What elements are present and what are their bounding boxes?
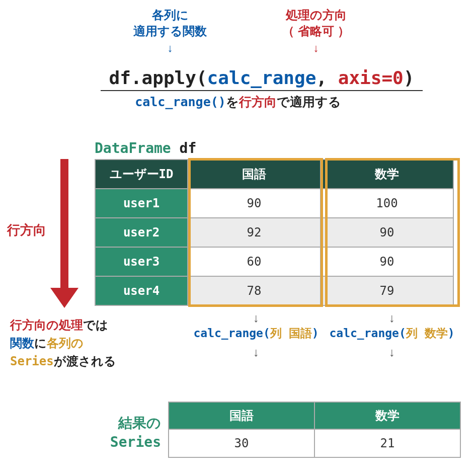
call-arg: 数学 [425,327,448,340]
down-arrow-icon: ↓ [188,310,324,326]
le-1b: では [83,318,108,332]
paren-close: ) [312,327,319,340]
code-close: ) [404,67,415,88]
left-expl-l1: 行方向の処理では [10,316,116,334]
code-axis: axis=0 [338,67,404,88]
call-col-2: calc_range(列 数学) [324,326,460,341]
paren-open: ( [263,327,270,340]
le-2c: 各列の [47,336,84,350]
le-3b: が渡される [54,354,116,368]
paren-open: ( [399,327,406,340]
result-table: 国語 数学 30 21 [168,402,461,458]
cell: 100 [321,189,453,218]
top-annotation-block: 各列に 適用する関数 ↓ 処理の方向 （ 省略可 ） ↓ [0,7,476,55]
le-3a: Series [10,354,54,368]
annot-func-l1: 各列に [110,7,230,23]
annot-axis: 処理の方向 （ 省略可 ） ↓ [266,7,366,55]
cell: 90 [321,218,453,247]
table-row: user4 78 79 [95,276,453,305]
header-col-2: 数学 [321,160,453,189]
cell: 79 [321,276,453,305]
call-col-1: calc_range(列 国語) [188,326,324,341]
table-header-row: ユーザーID 国語 数学 [95,160,453,189]
row-index: user2 [95,218,188,247]
paren-close: ) [448,327,455,340]
explain-fn: calc_range() [135,95,226,109]
annot-func: 各列に 適用する関数 ↓ [110,7,230,55]
row-direction-arrow [50,159,78,310]
call-prefix: 列 [270,327,289,340]
header-index: ユーザーID [95,160,188,189]
row-index: user1 [95,189,188,218]
down-arrow-icon: ↓ [188,344,324,360]
column-arrows-block: ↓ ↓ calc_range(列 国語) calc_range(列 数学) ↓ … [188,310,460,360]
annot-axis-l2: （ 省略可 ） [266,23,366,39]
result-value-1: 30 [169,429,314,457]
left-expl-l2: 関数に各列の [10,334,116,352]
code-explanation: calc_range()を行方向で適用する [0,94,476,110]
code-comma: , [316,67,338,88]
result-header-1: 国語 [169,402,314,429]
result-header-2: 数学 [314,402,460,429]
call-arg: 国語 [289,327,312,340]
le-1a: 行方向の処理 [10,318,83,332]
result-header-row: 国語 数学 [169,402,460,429]
annot-func-l2: 適用する関数 [110,23,230,39]
call-fn: calc_range [329,327,399,340]
le-2b: に [34,336,47,350]
dataframe-table: ユーザーID 国語 数学 user1 90 100 user2 92 90 us… [95,159,454,306]
result-label-l2: Series [86,433,161,452]
table-row: user2 92 90 [95,218,453,247]
dataframe-title: DataFrame df [95,140,196,156]
header-col-1: 国語 [188,160,321,189]
cell: 78 [188,276,321,305]
result-label: 結果の Series [86,414,161,452]
arrow-head-icon [50,288,78,308]
annot-axis-arrow: ↓ [266,41,366,56]
explain-p4: で適用する [277,95,341,109]
table-row: user1 90 100 [95,189,453,218]
table-row: user3 60 90 [95,247,453,276]
down-arrow-icon: ↓ [324,344,460,360]
call-fn: calc_range [193,327,263,340]
cell: 90 [321,247,453,276]
cell: 60 [188,247,321,276]
code-apply: .apply( [131,67,207,88]
left-explanation: 行方向の処理では 関数に各列の Seriesが渡される [10,316,116,370]
down-arrow-icon: ↓ [324,310,460,326]
annot-func-arrow: ↓ [110,41,230,56]
annot-axis-l1: 処理の方向 [266,7,366,23]
result-value-2: 21 [314,429,460,457]
explain-p3: 行方向 [239,95,277,109]
row-index: user4 [95,276,188,305]
code-fn: calc_range [207,67,316,88]
cell: 92 [188,218,321,247]
code-expression: df.apply(calc_range, axis=0) [101,67,423,91]
arrow-shaft [60,159,68,290]
row-direction-label: 行方向 [7,221,46,239]
row-index: user3 [95,247,188,276]
left-expl-l3: Seriesが渡される [10,352,116,370]
df-type: DataFrame [95,140,171,156]
le-2a: 関数 [10,336,34,350]
explain-p2: を [226,95,239,109]
cell: 90 [188,189,321,218]
call-prefix: 列 [406,327,425,340]
code-obj: df [109,67,131,88]
result-value-row: 30 21 [169,429,460,457]
result-label-l1: 結果の [86,414,161,433]
df-name: df [171,140,197,156]
